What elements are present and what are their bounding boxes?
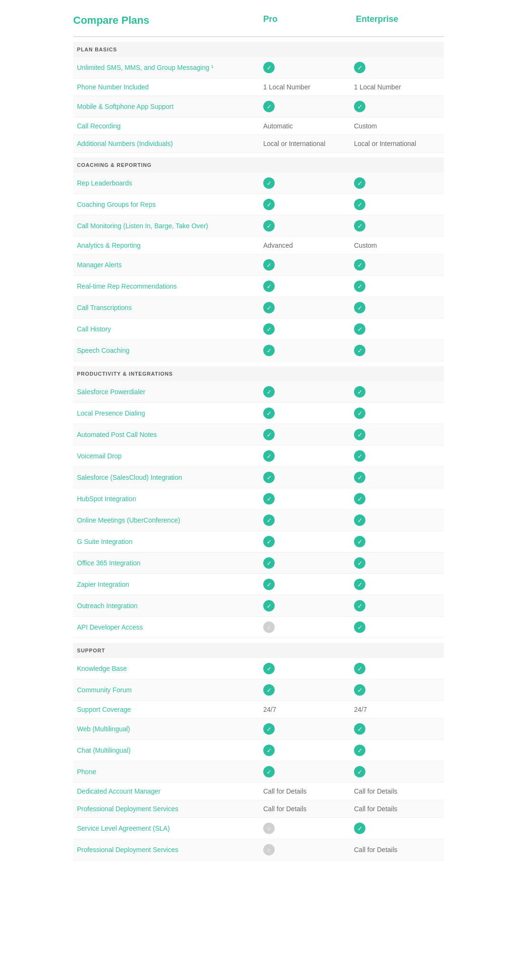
- text-value: Call for Details: [354, 805, 397, 813]
- check-icon: ✓: [263, 323, 275, 335]
- check-icon: ✓: [263, 345, 275, 356]
- feature-name: Phone Number Included: [77, 83, 258, 91]
- feature-name: Unlimited SMS, MMS, and Group Messaging …: [77, 64, 258, 71]
- pro-cell: 1 Local Number: [258, 83, 349, 91]
- table-row: Community Forum✓✓: [73, 679, 444, 701]
- pro-cell: ✓: [258, 323, 349, 335]
- check-icon: ✓: [354, 323, 365, 335]
- feature-name: Additional Numbers (Individuals): [77, 140, 258, 147]
- table-row: Phone Number Included1 Local Number1 Loc…: [73, 78, 444, 96]
- text-value: 24/7: [263, 706, 276, 713]
- table-row: Dedicated Account ManagerCall for Detail…: [73, 783, 444, 800]
- enterprise-cell: ✓: [349, 408, 440, 419]
- check-icon: ✓: [354, 281, 365, 292]
- enterprise-cell: ✓: [349, 281, 440, 292]
- pro-cell: ✓: [258, 557, 349, 569]
- check-icon: ✓: [354, 220, 365, 232]
- table-header: Compare Plans Pro Enterprise: [73, 10, 444, 37]
- check-icon: ✓: [263, 663, 275, 674]
- check-icon: ✓: [263, 745, 275, 756]
- check-icon: ✓: [354, 177, 365, 189]
- pro-cell: ✓: [258, 472, 349, 483]
- feature-name: Speech Coaching: [77, 347, 258, 354]
- compare-label: Compare Plans: [73, 14, 258, 27]
- enterprise-cell: Call for Details: [349, 787, 440, 795]
- check-icon: ✓: [263, 302, 275, 313]
- table-row: Salesforce Powerdialer✓✓: [73, 381, 444, 403]
- text-value: Local or International: [263, 140, 326, 147]
- table-row: Coaching Groups for Reps✓✓: [73, 194, 444, 215]
- enterprise-cell: Custom: [349, 242, 440, 249]
- pro-cell: ✓: [258, 514, 349, 526]
- check-icon: ✓: [354, 472, 365, 483]
- enterprise-cell: ✓: [349, 745, 440, 756]
- enterprise-cell: Local or International: [349, 140, 440, 147]
- check-icon: ✓: [263, 220, 275, 232]
- text-value: Automatic: [263, 122, 293, 130]
- pro-cell: ✓: [258, 259, 349, 271]
- check-icon: ✓: [354, 684, 365, 696]
- section-header-productivity-integrations: PRODUCTIVITY & INTEGRATIONS: [73, 366, 444, 381]
- table-row: Rep Leaderboards✓✓: [73, 173, 444, 194]
- check-icon: ✓: [263, 429, 275, 440]
- pro-column-header: Pro: [258, 14, 351, 27]
- check-icon: ✓: [354, 745, 365, 756]
- feature-name: Analytics & Reporting: [77, 242, 258, 249]
- table-row: Salesforce (SalesCloud) Integration✓✓: [73, 467, 444, 488]
- compare-plans-container: Compare Plans Pro Enterprise PLAN BASICS…: [68, 0, 449, 870]
- text-value: Call for Details: [354, 787, 397, 795]
- enterprise-cell: ✓: [349, 514, 440, 526]
- feature-name: Professional Deployment Services: [77, 805, 258, 813]
- text-value: 24/7: [354, 706, 367, 713]
- feature-name: Real-time Rep Recommendations: [77, 282, 258, 290]
- pro-cell: ✓: [258, 101, 349, 112]
- enterprise-cell: ✓: [349, 199, 440, 210]
- check-icon: ✓: [263, 62, 275, 73]
- pro-cell: ✓: [258, 600, 349, 611]
- pro-cell: ✓: [258, 684, 349, 696]
- enterprise-cell: ✓: [349, 472, 440, 483]
- table-row: Web (Multilingual)✓✓: [73, 718, 444, 740]
- check-icon: ✓: [354, 663, 365, 674]
- section-header-coaching-reporting: COACHING & REPORTING: [73, 157, 444, 173]
- feature-name: Call Recording: [77, 122, 258, 130]
- table-row: Call Monitoring (Listen In, Barge, Take …: [73, 215, 444, 237]
- table-row: Call History✓✓: [73, 319, 444, 340]
- check-icon: ✓: [263, 493, 275, 505]
- enterprise-column-header: Enterprise: [351, 14, 444, 27]
- pro-cell: ✓: [258, 386, 349, 398]
- feature-name: G Suite Integration: [77, 538, 258, 545]
- feature-name: Rep Leaderboards: [77, 179, 258, 187]
- text-value: Local or International: [354, 140, 416, 147]
- feature-name: Professional Deployment Services: [77, 846, 258, 854]
- pro-cell: Call for Details: [258, 787, 349, 795]
- check-icon: ✓: [263, 579, 275, 590]
- pro-cell: ✓: [258, 408, 349, 419]
- check-icon: ✓: [354, 429, 365, 440]
- feature-name: HubSpot Integration: [77, 495, 258, 503]
- enterprise-cell: ✓: [349, 62, 440, 73]
- enterprise-cell: ✓: [349, 429, 440, 440]
- enterprise-cell: ✓: [349, 323, 440, 335]
- check-icon: ✓: [263, 386, 275, 398]
- check-icon: ✓: [263, 281, 275, 292]
- check-icon: ✓: [354, 514, 365, 526]
- enterprise-cell: ✓: [349, 536, 440, 547]
- disabled-icon: ○: [263, 844, 275, 855]
- table-row: Automated Post Call Notes✓✓: [73, 424, 444, 446]
- check-icon: ✓: [263, 536, 275, 547]
- check-icon: ✓: [354, 557, 365, 569]
- feature-name: Local Presence Dialing: [77, 409, 258, 417]
- feature-name: Call Transcriptions: [77, 304, 258, 311]
- feature-name: Salesforce (SalesCloud) Integration: [77, 474, 258, 481]
- table-row: G Suite Integration✓✓: [73, 531, 444, 553]
- check-icon: ✓: [354, 259, 365, 271]
- check-icon: ✓: [354, 62, 365, 73]
- table-row: Support Coverage24/724/7: [73, 701, 444, 718]
- feature-name: Online Meetings (UberConference): [77, 516, 258, 524]
- pro-cell: ✓: [258, 663, 349, 674]
- enterprise-cell: ✓: [349, 177, 440, 189]
- feature-name: Support Coverage: [77, 706, 258, 713]
- text-value: 1 Local Number: [354, 83, 401, 91]
- enterprise-cell: Call for Details: [349, 805, 440, 813]
